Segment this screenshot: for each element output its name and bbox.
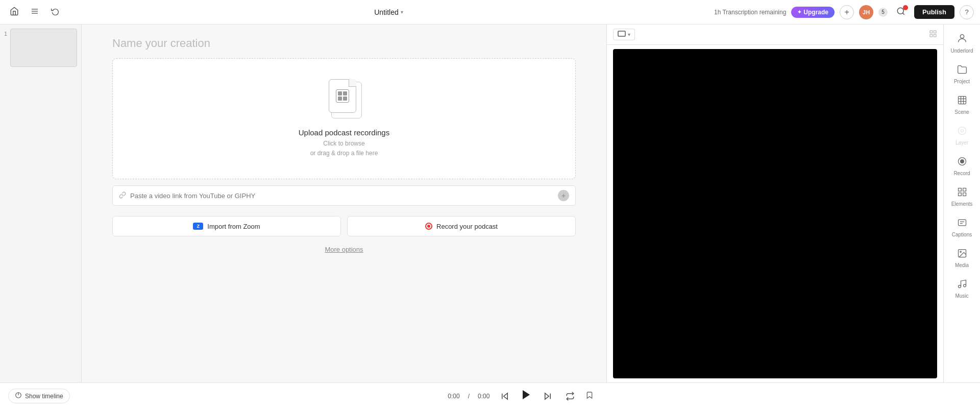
svg-point-30 [963,284,966,287]
sidebar-item-underlord[interactable]: Underlord [947,29,977,58]
upgrade-star-icon: ✦ [797,9,801,15]
sidebar-item-project[interactable]: Project [947,60,977,89]
svg-marker-36 [545,393,549,399]
time-current: 0:00 [448,393,459,400]
play-button[interactable] [520,389,532,404]
sidebar-music-label: Music [955,293,968,299]
notification-badge[interactable]: 5 [878,8,888,17]
undo-icon [51,7,59,17]
svg-rect-20 [958,188,961,191]
grid-layout-icon[interactable] [929,30,937,39]
file-icon [326,79,362,120]
far-right-sidebar: Underlord Project Scene Layer Record [943,25,980,382]
zoom-import-button[interactable]: Z Import from Zoom [112,216,341,236]
menu-button[interactable] [27,4,43,20]
project-title-text: Untitled [374,8,398,16]
skip-back-button[interactable] [498,389,512,403]
time-separator: / [468,393,470,400]
svg-point-28 [960,251,961,253]
link-input-wrap: + [112,185,576,206]
sidebar-captions-label: Captions [952,232,972,238]
sidebar-item-captions[interactable]: Captions [947,213,977,242]
upload-click-text: Click to browse [323,139,364,149]
sidebar-elements-label: Elements [951,201,973,207]
sidebar-item-elements[interactable]: Elements [947,183,977,211]
sidebar-scene-label: Scene [954,109,969,115]
svg-rect-6 [930,31,933,33]
project-icon [957,64,967,77]
record-icon [957,156,967,169]
svg-marker-35 [523,390,530,399]
sidebar-media-label: Media [955,262,969,269]
file-icon-front [329,79,356,113]
link-icon [119,191,126,200]
home-icon [10,7,19,18]
svg-point-19 [960,160,964,163]
project-title-button[interactable]: Untitled ▾ [374,8,403,16]
preview-canvas [613,49,937,378]
scene-icon [957,95,967,108]
record-dot-icon [425,223,432,230]
show-timeline-label: Show timeline [25,393,63,400]
help-icon: ? [965,8,968,16]
notification-dot [903,5,908,10]
slide-preview-1[interactable] [10,29,77,67]
file-grid-icon [336,89,349,103]
bookmark-button[interactable] [585,391,594,401]
title-chevron-icon: ▾ [401,9,403,15]
sidebar-item-music[interactable]: Music [947,275,977,303]
link-add-icon: + [561,191,566,200]
sidebar-item-media[interactable]: Media [947,244,977,273]
link-add-button[interactable]: + [558,190,569,201]
aspect-ratio-selector[interactable]: ▾ [613,29,635,40]
svg-rect-9 [934,34,936,37]
avatar-initials: JH [863,9,870,15]
svg-point-29 [958,285,961,288]
zoom-import-label: Import from Zoom [207,223,260,230]
loop-button[interactable] [563,389,577,403]
home-button[interactable] [6,4,22,20]
more-options-link[interactable]: More options [82,246,606,253]
help-button[interactable]: ? [960,5,974,19]
topbar-right: 1h Transcription remaining ✦ Upgrade + J… [714,4,974,20]
time-total: 0:00 [478,393,489,400]
svg-rect-7 [934,31,936,33]
playback-controls: 0:00 / 0:00 [70,389,972,404]
captions-icon [957,218,967,230]
upgrade-button[interactable]: ✦ Upgrade [791,7,835,18]
notification-count: 5 [881,9,885,15]
publish-button[interactable]: Publish [914,5,954,19]
main-layout: 1 Name your creation Upload podcast reco… [0,25,980,382]
creation-title: Name your creation [82,25,606,58]
avatar[interactable]: JH [859,5,873,19]
slide-number-1: 1 [4,29,7,37]
aspect-chevron-icon: ▾ [628,32,630,37]
skip-forward-button[interactable] [541,389,555,403]
add-button[interactable]: + [840,5,854,19]
link-input[interactable] [130,192,554,200]
sidebar-item-record[interactable]: Record [947,152,977,181]
elements-icon [957,187,967,200]
slides-panel: 1 [0,25,82,382]
svg-rect-11 [958,97,966,104]
show-timeline-button[interactable]: Show timeline [8,389,70,403]
timeline-icon [15,392,22,400]
publish-label: Publish [922,8,946,16]
upload-title: Upload podcast recordings [299,128,389,137]
upload-drag-text: or drag & drop a file here [310,149,378,158]
topbar: Untitled ▾ 1h Transcription remaining ✦ … [0,0,980,25]
add-icon: + [844,8,849,17]
search-button[interactable] [893,4,909,20]
import-row: Z Import from Zoom Record your podcast [112,216,576,236]
preview-topbar: ▾ [607,25,943,45]
undo-button[interactable] [47,4,63,20]
sidebar-underlord-label: Underlord [951,48,973,54]
preview-panel: ▾ [606,25,943,382]
sidebar-item-scene[interactable]: Scene [947,91,977,119]
transcription-info: 1h Transcription remaining [714,9,786,16]
upload-area[interactable]: Upload podcast recordings Click to brows… [112,58,576,179]
sidebar-record-label: Record [953,171,970,177]
center-panel: Name your creation Upload podcast record… [82,25,606,382]
record-podcast-button[interactable]: Record your podcast [347,216,576,236]
svg-marker-33 [504,393,508,399]
